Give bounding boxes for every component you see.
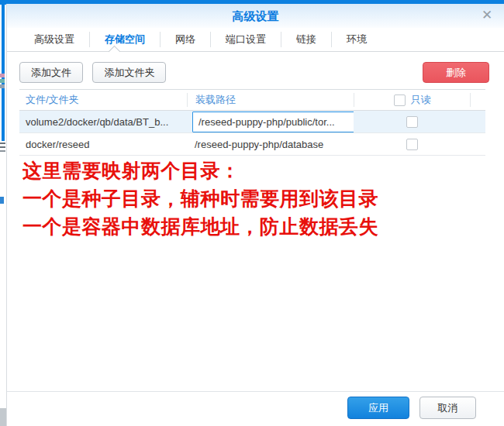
table-row[interactable]: volume2/docker/qb/data/BT_b... — [19, 111, 485, 133]
mount-path-cell — [187, 112, 354, 132]
readonly-checkbox[interactable] — [406, 139, 418, 150]
storage-toolbar: 添加文件 添加文件夹 删除 — [19, 62, 489, 84]
file-path-cell[interactable]: docker/reseed — [19, 139, 187, 150]
tab-advanced-settings[interactable]: 高级设置 — [19, 32, 89, 47]
annotation-line: 一个是种子目录，辅种时需要用到该目录 — [22, 184, 378, 212]
footer-divider — [7, 391, 504, 392]
add-file-button[interactable]: 添加文件 — [19, 62, 83, 83]
mount-path-input[interactable] — [192, 112, 354, 132]
active-tab-pointer — [109, 46, 121, 58]
apply-button[interactable]: 应用 — [347, 397, 409, 419]
background-fragment — [0, 146, 5, 148]
background-fragment — [0, 84, 5, 88]
column-header-file[interactable]: 文件/文件夹 — [19, 93, 187, 107]
delete-button[interactable]: 删除 — [423, 62, 489, 83]
add-folder-button[interactable]: 添加文件夹 — [92, 62, 166, 83]
volume-mapping-table: 文件/文件夹 装载路径 只读 volume2/docker/qb/data/BT… — [19, 89, 485, 156]
column-header-mount-path[interactable]: 装载路径 — [187, 93, 354, 107]
tab-bar: 高级设置 存储空间 网络 端口设置 链接 环境 — [7, 28, 504, 52]
tab-network[interactable]: 网络 — [160, 32, 210, 47]
dialog-titlebar: 高级设置 ✕ — [7, 4, 504, 28]
background-fragment — [0, 79, 5, 83]
tab-storage[interactable]: 存储空间 — [89, 32, 160, 47]
background-fragment — [0, 150, 5, 152]
readonly-cell — [354, 139, 470, 150]
background-fragment — [0, 74, 5, 77]
annotation-line: 这里需要映射两个目录： — [22, 156, 378, 184]
readonly-checkbox[interactable] — [406, 116, 418, 128]
background-window-left-edge — [2, 4, 5, 141]
column-header-spacer — [470, 93, 485, 107]
file-path-cell[interactable]: volume2/docker/qb/data/BT_b... — [19, 116, 187, 128]
cancel-button[interactable]: 取消 — [419, 397, 476, 419]
table-header-row: 文件/文件夹 装载路径 只读 — [19, 89, 485, 111]
readonly-header-label: 只读 — [411, 93, 431, 107]
advanced-settings-dialog: 高级设置 ✕ 高级设置 存储空间 网络 端口设置 链接 环境 添加文件 添加文件… — [6, 4, 504, 426]
tab-environment[interactable]: 环境 — [331, 32, 381, 47]
readonly-cell — [354, 116, 470, 128]
mount-path-cell[interactable]: /reseed-puppy-php/database — [187, 139, 354, 150]
annotation-line: 一个是容器中数据库地址，防止数据丢失 — [22, 212, 378, 240]
red-annotation-text: 这里需要映射两个目录： 一个是种子目录，辅种时需要用到该目录 一个是容器中数据库… — [22, 156, 378, 240]
background-fragment — [0, 408, 6, 426]
tab-links[interactable]: 链接 — [281, 32, 331, 47]
close-icon[interactable]: ✕ — [479, 8, 495, 23]
dialog-title: 高级设置 — [7, 9, 504, 24]
tab-port-settings[interactable]: 端口设置 — [210, 32, 281, 47]
table-row[interactable]: docker/reseed /reseed-puppy-php/database — [19, 133, 485, 156]
background-fragment — [0, 143, 5, 144]
column-header-readonly: 只读 — [354, 93, 470, 107]
background-fragment — [0, 197, 4, 204]
readonly-select-all-checkbox[interactable] — [394, 94, 406, 106]
